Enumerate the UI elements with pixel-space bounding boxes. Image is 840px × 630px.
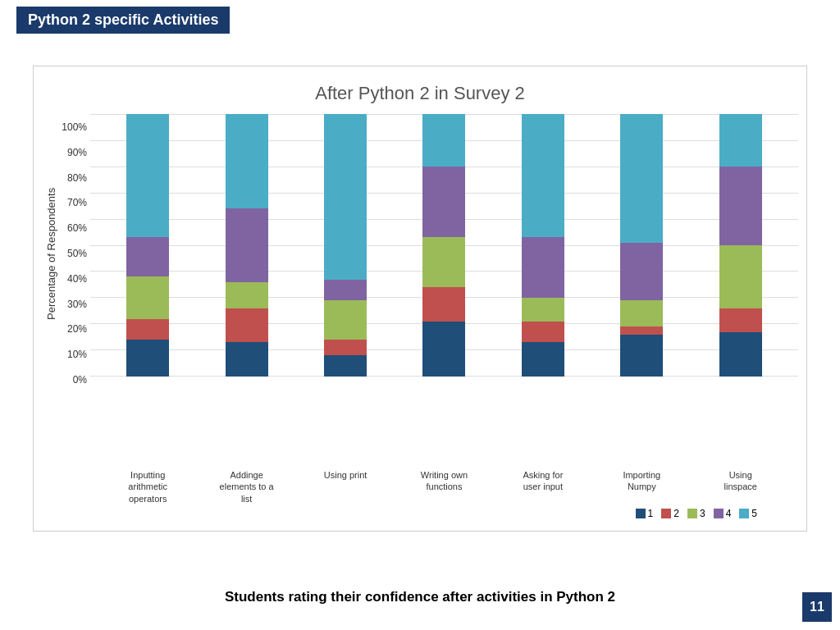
bar-col xyxy=(708,114,774,377)
bar-segment-2 xyxy=(226,308,268,343)
bar-segment-2 xyxy=(719,308,762,332)
bar-segment-1 xyxy=(522,342,564,377)
bar-segment-3 xyxy=(620,300,663,326)
bar-segment-4 xyxy=(422,167,465,237)
y-tick: 30% xyxy=(59,299,87,309)
bar-segment-5 xyxy=(522,114,564,237)
bars-wrapper xyxy=(90,114,798,461)
legend-color-4 xyxy=(714,509,724,518)
page-number: 11 xyxy=(802,592,832,622)
bar-segment-1 xyxy=(226,342,268,377)
bar-col xyxy=(214,114,280,377)
bar-segment-4 xyxy=(522,237,564,298)
bar-col xyxy=(510,114,576,377)
bar-segment-1 xyxy=(719,332,762,377)
legend-item-4: 4 xyxy=(714,508,732,519)
bar-segment-2 xyxy=(324,340,367,355)
legend-label-1: 1 xyxy=(648,508,654,519)
legend-item-2: 2 xyxy=(661,508,679,519)
bar-segment-5 xyxy=(324,114,367,280)
legend-color-3 xyxy=(687,509,697,518)
header-title: Python 2 specific Activities xyxy=(28,11,218,28)
bar-segment-5 xyxy=(226,114,268,208)
bar-segment-5 xyxy=(719,114,762,167)
bar-segment-3 xyxy=(324,300,367,340)
y-tick: 20% xyxy=(59,324,87,334)
bar xyxy=(719,114,762,377)
bar-segment-3 xyxy=(422,237,465,287)
bar xyxy=(422,114,465,377)
bar-segment-4 xyxy=(226,208,268,282)
bar xyxy=(226,114,268,377)
bar-segment-2 xyxy=(126,319,169,340)
bar xyxy=(522,114,564,377)
bar-segment-1 xyxy=(422,322,465,377)
legend-label-5: 5 xyxy=(751,508,757,519)
chart-area: Percentage of Respondents 0%10%20%30%40%… xyxy=(42,114,798,504)
bar-segment-1 xyxy=(620,335,663,377)
bar-segment-4 xyxy=(324,280,367,301)
bar-segment-2 xyxy=(522,322,564,343)
x-label: Using print xyxy=(313,469,378,504)
header-banner: Python 2 specific Activities xyxy=(16,7,230,34)
bar-col xyxy=(609,114,674,377)
y-tick: 100% xyxy=(59,122,87,132)
bar-segment-5 xyxy=(422,114,465,167)
bar-segment-2 xyxy=(422,287,465,322)
x-label: Using linspace xyxy=(708,469,774,504)
x-label: Inputting arithmetic operators xyxy=(115,469,180,504)
chart-container: After Python 2 in Survey 2 Percentage of… xyxy=(33,66,807,532)
bar-segment-3 xyxy=(126,276,169,318)
y-axis: 0%10%20%30%40%50%60%70%80%90%100% xyxy=(59,122,90,385)
bar-segment-1 xyxy=(126,340,169,377)
y-tick: 80% xyxy=(59,173,87,183)
legend-label-2: 2 xyxy=(673,508,679,519)
bar-segment-2 xyxy=(620,326,663,335)
legend: 12345 xyxy=(636,508,757,519)
x-label: Writing own functions xyxy=(411,469,477,504)
bar xyxy=(324,114,367,377)
bar-segment-4 xyxy=(719,167,762,245)
y-axis-label: Percentage of Respondents xyxy=(42,122,57,385)
y-tick: 50% xyxy=(59,249,87,258)
bar-segment-3 xyxy=(522,298,564,322)
y-tick: 60% xyxy=(59,223,87,233)
chart-title: After Python 2 in Survey 2 xyxy=(42,83,798,104)
bar-col xyxy=(115,114,180,377)
legend-item-3: 3 xyxy=(687,508,705,519)
legend-label-3: 3 xyxy=(700,508,705,519)
y-tick: 70% xyxy=(59,198,87,208)
legend-item-5: 5 xyxy=(739,508,757,519)
bar-segment-3 xyxy=(226,282,268,308)
x-labels: Inputting arithmetic operatorsAddinge el… xyxy=(90,464,798,504)
y-tick: 40% xyxy=(59,274,87,284)
bar xyxy=(126,114,169,377)
legend-item-1: 1 xyxy=(636,508,654,519)
bar-segment-1 xyxy=(324,355,367,377)
x-label: Addinge elements to a list xyxy=(214,469,280,504)
bar-segment-5 xyxy=(126,114,169,237)
x-label: Importing Numpy xyxy=(609,469,674,504)
legend-color-5 xyxy=(739,509,749,518)
y-tick: 90% xyxy=(59,148,87,158)
bars-group xyxy=(90,114,798,377)
bar-segment-4 xyxy=(126,237,169,276)
caption: Students rating their confidence after a… xyxy=(0,589,840,605)
bar-segment-3 xyxy=(719,245,762,308)
y-tick: 10% xyxy=(59,349,87,359)
bar-col xyxy=(411,114,477,377)
x-label: Asking for user input xyxy=(510,469,576,504)
bar-segment-5 xyxy=(620,114,663,243)
bar-col xyxy=(313,114,378,377)
legend-color-1 xyxy=(636,509,646,518)
legend-color-2 xyxy=(661,509,671,518)
y-tick: 0% xyxy=(59,375,87,385)
bar-segment-4 xyxy=(620,243,663,300)
legend-label-4: 4 xyxy=(726,508,732,519)
bar xyxy=(620,114,663,377)
grid-and-bars xyxy=(90,114,798,461)
